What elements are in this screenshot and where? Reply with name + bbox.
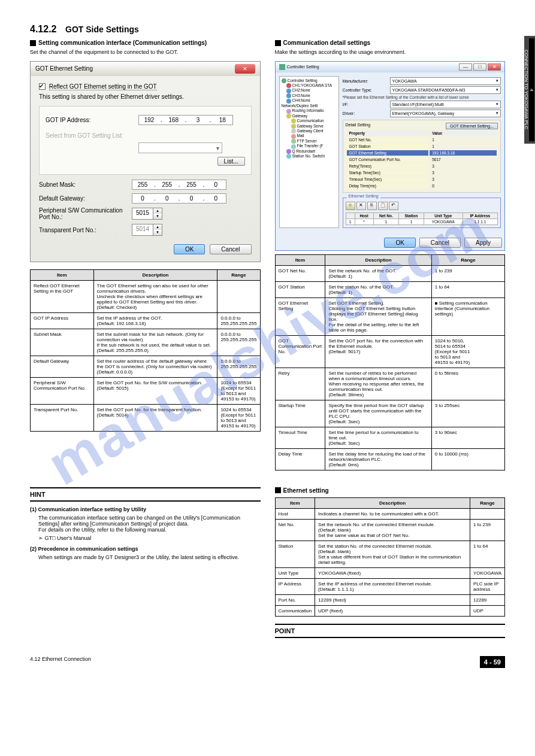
table-row: Timeout TimeSet the time period for a co…: [275, 427, 505, 448]
table-row: GOT Ethernet SettingSet GOT Ethernet Set…: [275, 297, 505, 335]
list-button[interactable]: List...: [217, 157, 245, 166]
driver-select[interactable]: Ethernet(YOKOGAWA), Gateway: [390, 110, 501, 117]
communication-detail-table: ItemDescriptionRange GOT Net No.Set the …: [275, 254, 506, 470]
tport-spinner[interactable]: 5014 ▲▼: [132, 224, 162, 236]
if-select[interactable]: Standard I/F(Ethernet):Multi: [390, 101, 501, 108]
table-row: Reflect GOT Ethernet Setting in the GOTT…: [31, 281, 261, 313]
table-row: 1*11YOKOGAWA1.1.1.1: [346, 218, 498, 224]
file-transfer-icon: [291, 144, 296, 149]
detail-setting-label: Detail Setting: [346, 123, 371, 127]
app-icon: [279, 64, 285, 70]
ethernet-setting-heading: Ethernet setting: [283, 487, 329, 494]
hint-ref: GT□ User's Manual: [45, 535, 92, 541]
manufacturer-label: Manufacturer:: [343, 79, 388, 83]
select-list-label: Select from GOT Setting List:: [46, 132, 138, 139]
table-row: GOT Ethernet Setting192.168.3.18: [347, 150, 497, 156]
ip-label: GOT IP Address:: [46, 117, 138, 123]
paste-icon[interactable]: 📋: [378, 202, 388, 210]
table-row: CommunicationUDP (fixed)UDP: [275, 605, 505, 616]
new-icon[interactable]: ☆: [346, 202, 355, 210]
table-row: RetrySet the number of retries to be per…: [275, 368, 505, 400]
dialog2-title: Controller Setting: [279, 64, 319, 70]
table-row: Peripheral S/W Communication Port No.Set…: [31, 378, 261, 405]
chevron-down-icon: ▼: [153, 214, 162, 219]
ethernet-setting-table[interactable]: HostNet No.StationUnit TypeIP Address 1*…: [346, 212, 498, 225]
copy-icon[interactable]: ⎘: [367, 202, 377, 210]
table-row: GOT Station1: [347, 144, 497, 149]
delete-icon[interactable]: ✕: [356, 202, 366, 210]
close-icon[interactable]: ✕: [488, 63, 501, 71]
reflect-checkbox[interactable]: [39, 83, 46, 90]
cancel-button[interactable]: Cancel: [419, 238, 461, 248]
mail-icon: [291, 134, 296, 139]
undo-icon[interactable]: ↶: [389, 202, 398, 210]
gws-icon: [291, 124, 296, 129]
note-text: *Please set the Ethernet Setting of the …: [343, 95, 501, 99]
chevron-down-icon: ▼: [153, 230, 162, 235]
ok-button[interactable]: OK: [174, 244, 205, 254]
got-ethernet-setting-button[interactable]: GOT Ethernet Setting...: [446, 123, 498, 129]
table-row: GOT Net No.Set the network No. of the GO…: [275, 265, 505, 281]
maximize-icon[interactable]: □: [473, 63, 486, 71]
cancel-button[interactable]: Cancel: [210, 244, 251, 254]
shared-text: This setting is shared by other Ethernet…: [39, 93, 252, 100]
table-row: GOT IP AddressSet the IP address of the …: [31, 313, 261, 329]
got-ethernet-table: ItemDescriptionRange Reflect GOT Etherne…: [30, 269, 261, 432]
psw-spinner[interactable]: 5015 ▲▼: [132, 208, 162, 220]
table-row: Default GatewaySet the router address of…: [31, 356, 261, 378]
hint-p1: The communication interface setting can …: [38, 515, 261, 533]
gateway-label: Default Gateway:: [39, 195, 132, 202]
subnet-input[interactable]: 255. 255. 255. 0: [132, 180, 226, 190]
setting-list-select[interactable]: ▾: [138, 142, 222, 153]
table-row: StationSet the station No. of the connec…: [275, 541, 505, 567]
gwc-icon: [291, 129, 296, 133]
page-number: 4 - 59: [480, 656, 505, 668]
hint-heading: HINT: [30, 487, 261, 502]
station-switch-icon: [286, 154, 291, 159]
sub-heading-1: Setting communication interface (Communi…: [38, 40, 207, 46]
table-row: Unit TypeYOKOGAWA (fixed)YOKOGAWA: [275, 567, 505, 578]
ftp-icon: [291, 139, 296, 144]
psw-label: Peripheral S/W Communication Port No.:: [39, 207, 132, 220]
chevron-up-icon: ▲: [153, 224, 162, 230]
ethernet-setting-point-table: ItemDescriptionRange HostIndicates a cha…: [275, 497, 506, 617]
tree-root-icon: [282, 78, 286, 83]
chevron-up-icon: ▲: [153, 208, 162, 214]
dialog-title: GOT Ethernet Setting: [35, 65, 93, 72]
table-row: Delay Time(ms)0: [347, 183, 497, 189]
table-row: GOT Communication Port No.Set the GOT po…: [275, 335, 505, 368]
table-row: HostIndicates a channel No. to be commun…: [275, 508, 505, 519]
apply-button[interactable]: Apply: [464, 238, 502, 248]
section-number: 4.12.2: [30, 24, 56, 34]
square-bullet-icon: [30, 40, 36, 46]
detail-property-table: PropertyValue GOT Net No.1GOT Station1GO…: [346, 129, 498, 190]
table-row: Delay TimeSet the delay time for reducin…: [275, 448, 505, 470]
routing-icon: [286, 109, 291, 114]
table-row: GOT StationSet the station No. of the GO…: [275, 281, 505, 297]
gateway-input[interactable]: 0. 0. 0. 0: [132, 193, 226, 204]
section-title: GOT Side Settings: [65, 25, 139, 34]
minimize-icon[interactable]: —: [459, 63, 472, 71]
ip-input[interactable]: 192. 168. 3. 18: [138, 115, 233, 125]
table-row: IP AddressSet the IP address of the conn…: [275, 578, 505, 594]
channel-icon: [286, 83, 291, 88]
if-label: I/F:: [343, 102, 388, 107]
paragraph-1: Set the channel of the equipment to be c…: [30, 48, 261, 56]
paragraph-2: Make the settings according to the usage…: [275, 48, 506, 56]
table-row: Subnet MaskSet the subnet mask for the s…: [31, 329, 261, 356]
ctype-select[interactable]: YOKOGAWA STARDOM/FA500/FA-M3: [390, 86, 501, 94]
table-row: Net No.Set the network No. of the connec…: [275, 519, 505, 541]
hint-p2: When settings are made by GT Designer3 o…: [38, 554, 261, 560]
ethernet-setting-groupbox-label: Ethernet Setting: [347, 194, 380, 198]
square-bullet-icon: [275, 40, 281, 46]
tree-view[interactable]: Controller Setting CH1:YOKOGAWA STA CH2:…: [279, 76, 339, 228]
point-heading: POINT: [275, 624, 506, 638]
close-icon[interactable]: ✕: [235, 64, 255, 74]
channel-icon: [286, 93, 291, 98]
ok-button[interactable]: OK: [384, 238, 415, 248]
square-bullet-icon: [275, 487, 281, 493]
gateway-icon: [286, 114, 291, 119]
manufacturer-select[interactable]: YOKOGAWA: [390, 77, 501, 85]
controller-setting-dialog: Controller Setting — □ ✕ Controller Sett…: [275, 61, 506, 251]
hint-sub2: (2) Precedence in communication settings: [30, 546, 261, 552]
